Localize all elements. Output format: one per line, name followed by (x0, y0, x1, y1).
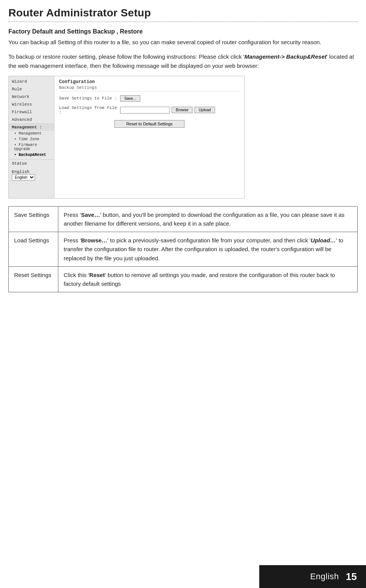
footer-bar: English 15 (259, 565, 366, 588)
save-settings-control: Save... (120, 95, 140, 102)
sidebar-subitem-firmware[interactable]: • Firmware Upgrade (9, 142, 54, 152)
page-wrapper: Router Administrator Setup Factory Defau… (0, 0, 366, 323)
router-ui-inner: Wizard Rule Network Wireless Firewall Ad… (9, 76, 244, 198)
save-row-desc: Press 'Save…' button, and you'll be prom… (58, 206, 358, 232)
sidebar-item-network[interactable]: Network (9, 93, 54, 101)
load-row-desc: Press 'Browse…' to pick a previously-sav… (58, 232, 358, 267)
sidebar-item-advanced[interactable]: Advanced (9, 116, 54, 123)
reset-button-row: Reset to Default Settings (59, 120, 240, 128)
router-content: Configuration Backup Settings Save Setti… (55, 76, 244, 198)
browse-bold: Browse… (81, 237, 107, 244)
instructions-text: To backup or restore router setting, ple… (8, 52, 358, 70)
sidebar-subitem-backupreset[interactable]: • Backup&Reset (9, 152, 54, 158)
save-settings-label: Save Settings to File : (59, 96, 120, 101)
content-subsection-title: Backup Settings (59, 85, 240, 91)
instructions-part1: To backup or restore router setting, ple… (8, 53, 244, 60)
title-divider (8, 21, 358, 22)
router-ui-mockup: Wizard Rule Network Wireless Firewall Ad… (8, 76, 245, 199)
browse-button[interactable]: Browse (172, 107, 193, 113)
lang-select[interactable]: English (12, 174, 35, 181)
settings-table: Save Settings Press 'Save…' button, and … (8, 206, 358, 293)
table-row-reset: Reset Settings Click this 'Reset' button… (9, 266, 358, 292)
load-file-input[interactable] (120, 107, 170, 114)
upload-italic: Upload… (311, 237, 336, 244)
sidebar-item-wizard[interactable]: Wizard (9, 78, 54, 85)
save-bold: Save… (81, 211, 100, 218)
upload-button[interactable]: Upload (194, 107, 215, 113)
page-title: Router Administrator Setup (8, 7, 358, 19)
reset-to-default-button[interactable]: Reset to Default Settings (114, 120, 185, 128)
load-row-label: Load Settings (9, 232, 58, 267)
sidebar-item-status[interactable]: Status (9, 159, 54, 167)
intro-text: You can backup all Setting of this route… (8, 38, 358, 47)
footer-page-number: 15 (346, 571, 357, 583)
sidebar-item-firewall[interactable]: Firewall (9, 108, 54, 116)
sidebar-subitem-timezone[interactable]: • Time Zone (9, 136, 54, 142)
reset-row-desc: Click this 'Reset' button to remove all … (58, 266, 358, 292)
save-button[interactable]: Save... (120, 95, 140, 102)
section-heading: Factory Default and Settings Backup , Re… (8, 28, 358, 35)
router-sidebar: Wizard Rule Network Wireless Firewall Ad… (9, 76, 55, 198)
content-section-title: Configuration (59, 79, 240, 85)
load-settings-control: Browse Upload (120, 107, 215, 114)
save-settings-row: Save Settings to File : Save... (59, 95, 240, 102)
load-settings-label: Load Settings from File : (59, 106, 120, 115)
save-row-label: Save Settings (9, 206, 58, 232)
table-row-save: Save Settings Press 'Save…' button, and … (9, 206, 358, 232)
reset-row-label: Reset Settings (9, 266, 58, 292)
sidebar-item-wireless[interactable]: Wireless (9, 101, 54, 108)
load-settings-row: Load Settings from File : Browse Upload (59, 106, 240, 115)
instructions-bold: Management-> Backup&Reset (244, 53, 326, 60)
reset-bold: Reset (89, 272, 105, 278)
sidebar-lang[interactable]: English English (9, 167, 54, 183)
sidebar-management-label: Management : (9, 123, 54, 131)
footer-language: English (310, 572, 339, 582)
sidebar-item-rule[interactable]: Rule (9, 85, 54, 93)
table-row-load: Load Settings Press 'Browse…' to pick a … (9, 232, 358, 267)
sidebar-subitem-management[interactable]: • Management (9, 131, 54, 136)
